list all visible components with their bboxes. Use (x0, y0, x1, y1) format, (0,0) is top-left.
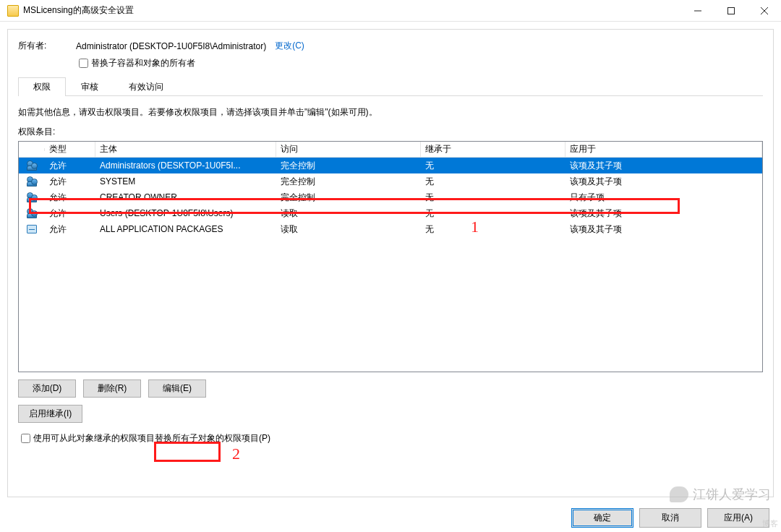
table-row[interactable]: 允许 SYSTEM 完全控制 无 该项及其子项 (19, 173, 762, 189)
owner-row: 所有者: Administrator (DESKTOP-1U0F5I8\Admi… (18, 40, 763, 52)
table-row[interactable]: 允许 ALL APPLICATION PACKAGES 读取 无 该项及其子项 (19, 221, 762, 237)
replace-owner-checkbox[interactable] (79, 59, 88, 68)
owner-value: Administrator (DESKTOP-1U0F5I8\Administr… (76, 41, 266, 51)
col-type[interactable]: 类型 (45, 142, 95, 157)
replace-owner-label: 替换子容器和对象的所有者 (91, 57, 195, 69)
change-owner-link[interactable]: 更改(C) (275, 40, 304, 52)
window-title: MSLicensing的高级安全设置 (23, 4, 681, 17)
cancel-button[interactable]: 取消 (639, 508, 701, 528)
replace-owner-row: 替换子容器和对象的所有者 (76, 56, 763, 70)
table-row[interactable]: 允许 Users (DESKTOP-1U0F5I8\Users) 读取 无 该项… (19, 205, 762, 221)
maximize-button[interactable] (714, 0, 748, 22)
table-row[interactable]: 允许 Administrators (DESKTOP-1U0F5I... 完全控… (19, 158, 762, 173)
annotation-number-1: 1 (471, 218, 479, 236)
folder-icon (7, 5, 19, 17)
annotation-number-2: 2 (232, 445, 240, 463)
col-access[interactable]: 访问 (276, 142, 421, 157)
enable-inheritance-button[interactable]: 启用继承(I) (18, 405, 82, 423)
add-button[interactable]: 添加(D) (18, 379, 76, 398)
entries-label: 权限条目: (18, 126, 763, 138)
replace-child-permissions-checkbox[interactable] (21, 434, 30, 443)
dialog-button-row: 确定 取消 应用(A) (571, 508, 769, 528)
edit-button[interactable]: 编辑(E) (148, 379, 206, 398)
col-applies[interactable]: 应用于 (566, 142, 762, 157)
svg-rect-0 (728, 7, 735, 14)
col-inherited[interactable]: 继承于 (421, 142, 566, 157)
owner-label: 所有者: (18, 40, 76, 52)
table-header: 类型 主体 访问 继承于 应用于 (19, 142, 762, 158)
replace-child-permissions-label: 使用可从此对象继承的权限项目替换所有子对象的权限项目(P) (33, 432, 270, 445)
replace-child-permissions-row: 使用可从此对象继承的权限项目替换所有子对象的权限项目(P) (18, 432, 763, 445)
permissions-table[interactable]: 类型 主体 访问 继承于 应用于 允许 Administrators (DESK… (18, 141, 763, 372)
remove-button[interactable]: 删除(R) (83, 379, 141, 398)
users-icon (26, 192, 38, 202)
tab-permissions[interactable]: 权限 (18, 77, 66, 96)
instructions-text: 如需其他信息，请双击权限项目。若要修改权限项目，请选择该项目并单击"编辑"(如果… (18, 106, 763, 119)
tab-auditing[interactable]: 审核 (66, 77, 114, 96)
table-row[interactable]: 允许 CREATOR OWNER 完全控制 无 只有子项 (19, 189, 762, 205)
window-controls (681, 0, 781, 22)
users-icon (26, 208, 38, 218)
users-icon (26, 176, 38, 186)
close-button[interactable] (748, 0, 781, 22)
action-button-row: 添加(D) 删除(R) 编辑(E) (18, 379, 763, 398)
tab-effective-access[interactable]: 有效访问 (114, 77, 179, 96)
inherit-button-row: 启用继承(I) (18, 405, 763, 423)
users-icon (26, 160, 38, 171)
col-principal[interactable]: 主体 (95, 142, 276, 157)
minimize-button[interactable] (681, 0, 714, 22)
ok-button[interactable]: 确定 (571, 508, 633, 528)
apply-button[interactable]: 应用(A) (707, 508, 769, 528)
main-panel: 所有者: Administrator (DESKTOP-1U0F5I8\Admi… (7, 29, 774, 497)
titlebar: MSLicensing的高级安全设置 (0, 0, 781, 22)
package-icon (27, 225, 37, 233)
tab-strip: 权限 审核 有效访问 (18, 77, 763, 96)
